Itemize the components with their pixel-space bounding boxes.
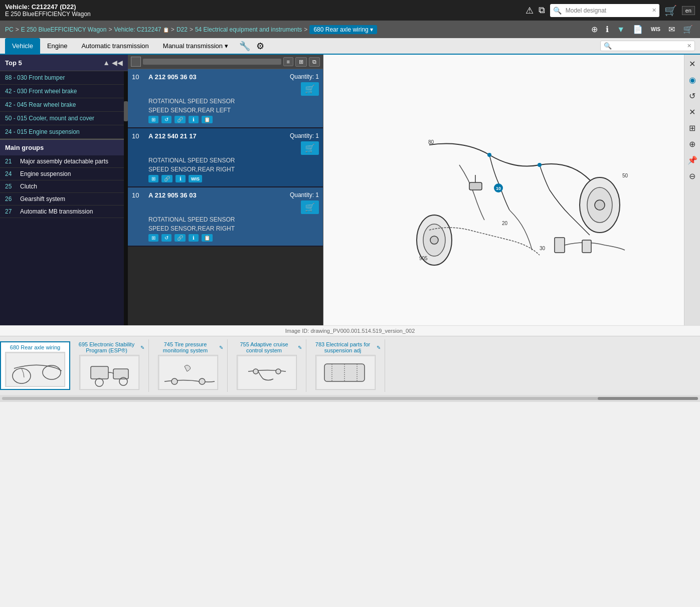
svg-point-8 [538, 163, 542, 167]
top5-item-4[interactable]: 24 - 015 Engine suspension [0, 125, 124, 139]
doc-btn[interactable]: 📄 [631, 24, 645, 35]
add-to-cart-btn-2[interactable]: 🛒 [301, 200, 319, 214]
thumb-img-3 [237, 355, 297, 390]
svg-point-3 [595, 200, 605, 210]
top5-expand-btn[interactable]: ◀◀ [112, 59, 123, 67]
part-info-icon-0[interactable]: ℹ [189, 116, 199, 123]
horizontal-scrollbar[interactable] [0, 395, 700, 402]
thumb-item-3[interactable]: 755 Adaptive cruise control system ✎ [228, 339, 306, 392]
part-doc-icon-2[interactable]: 📋 [202, 234, 213, 242]
scrollbar-thumb[interactable] [598, 397, 698, 400]
breadcrumb-current[interactable]: 680 Rear axle wiring ▾ [309, 25, 377, 34]
part-info-icon-1[interactable]: ℹ [176, 175, 186, 182]
thumb-item-2[interactable]: 745 Tire pressure monitoring system ✎ [149, 339, 228, 392]
eye-btn[interactable]: ◉ [685, 73, 699, 87]
tab-engine[interactable]: Engine [40, 38, 74, 54]
breadcrumb-electrical[interactable]: 54 Electrical equipment and instruments [195, 26, 302, 33]
middle-panel: ≡ ⊞ ⧉ 10 A 212 905 36 03 Quantity: 1 🛒 R… [128, 55, 323, 325]
close-panel-btn[interactable]: ✕ [685, 57, 699, 71]
breadcrumb-vehicle-id[interactable]: Vehicle: C212247 📋 [114, 26, 168, 33]
top5-item-1[interactable]: 42 - 030 Front wheel brake [0, 85, 124, 98]
part-info-icon-2[interactable]: ℹ [189, 234, 199, 242]
left-scrollbar[interactable] [124, 71, 128, 325]
header: Vehicle: C212247 (D22) E 250 BlueEFFICIE… [0, 0, 700, 21]
header-vehicle-info: Vehicle: C212247 (D22) E 250 BlueEFFICIE… [5, 3, 91, 18]
main-group-item-0[interactable]: 21 Major assembly detachable parts [0, 155, 124, 168]
filter-btn[interactable]: ▼ [615, 24, 627, 35]
svg-rect-29 [91, 366, 108, 379]
top5-item-2[interactable]: 42 - 045 Rear wheel brake [0, 98, 124, 112]
lang-badge[interactable]: en [682, 6, 695, 15]
tab-search-icon: 🔍 [604, 42, 612, 50]
cross-ref-btn[interactable]: ✕ [685, 105, 699, 119]
top5-label: Top 5 [5, 59, 22, 67]
expand-btn[interactable]: ⧉ [309, 57, 320, 67]
thumb-item-4[interactable]: 783 Electrical parts for suspension adj … [306, 339, 385, 392]
top5-item-0[interactable]: 88 - 030 Front bumper [0, 71, 124, 85]
top5-item-3[interactable]: 50 - 015 Cooler, mount and cover [0, 112, 124, 125]
part-refresh-icon-2[interactable]: ↺ [161, 234, 171, 242]
part-pos-1: 10 [132, 132, 144, 140]
breadcrumb-d22[interactable]: D22 [177, 26, 188, 33]
image-id: Image ID: drawing_PV000.001.514.519_vers… [285, 328, 415, 334]
scrollbar-track[interactable] [2, 397, 698, 400]
copy-icon[interactable]: ⧉ [539, 5, 545, 16]
main-group-item-1[interactable]: 24 Engine suspension [0, 168, 124, 180]
tab-search[interactable]: 🔍 ✕ [600, 41, 695, 51]
main-group-item-4[interactable]: 27 Automatic MB transmission [0, 206, 124, 218]
breadcrumb-vehicle-name[interactable]: E 250 BlueEFFICIENCY Wagon [21, 26, 107, 33]
svg-point-34 [171, 378, 178, 384]
cart-icon[interactable]: 🛒 [664, 5, 677, 17]
history-btn[interactable]: ↺ [685, 89, 699, 103]
group-name-4: Automatic MB transmission [20, 208, 119, 215]
tab-search-input[interactable] [612, 43, 687, 50]
thumb-label-4: 783 Electrical parts for suspension adj … [310, 341, 381, 353]
tab-icon2[interactable]: ⚙ [254, 41, 266, 52]
mail-btn[interactable]: ✉ [666, 24, 677, 35]
thumb-item-1[interactable]: 695 Electronic Stability Program (ESP®) … [70, 339, 149, 392]
zoom-in-btn[interactable]: ⊕ [589, 24, 600, 35]
part-doc-icon-0[interactable]: 📋 [202, 116, 213, 123]
part-table-icon-1[interactable]: ⊞ [148, 175, 158, 182]
part-qty-1: Quantity: 1 🛒 [290, 132, 319, 155]
zoom-out-btn[interactable]: ⊖ [685, 169, 699, 183]
main-group-item-3[interactable]: 26 Gearshift system [0, 193, 124, 206]
top5-collapse-btn[interactable]: ▲ [103, 59, 110, 67]
breadcrumb: PC > E 250 BlueEFFICIENCY Wagon > Vehicl… [0, 21, 700, 38]
thumb-item-0[interactable]: 680 Rear axle wiring [0, 341, 70, 390]
add-to-cart-btn-1[interactable]: 🛒 [301, 141, 319, 155]
part-link-icon-0[interactable]: 🔗 [174, 116, 186, 123]
breadcrumb-pc[interactable]: PC [5, 26, 14, 33]
svg-rect-23 [555, 238, 565, 253]
info-btn[interactable]: ℹ [604, 24, 611, 35]
add-to-cart-btn-0[interactable]: 🛒 [301, 82, 319, 96]
model-search[interactable]: 🔍 ✕ [550, 4, 659, 17]
pin-btn[interactable]: 📌 [685, 153, 699, 167]
tab-automatic[interactable]: Automatic transmission [74, 38, 155, 54]
left-scrollbar-thumb[interactable] [124, 101, 128, 121]
image-panel: 10 80 50 20 30 905 910 100 280 270 130 [323, 55, 700, 325]
clear-search-icon[interactable]: ✕ [652, 7, 656, 14]
warning-icon[interactable]: ⚠ [526, 5, 534, 16]
main-group-item-2[interactable]: 25 Clutch [0, 180, 124, 193]
part-wis-icon-1[interactable]: WIS [189, 175, 202, 182]
part-action-icons-0: ⊞ ↺ 🔗 ℹ 📋 [148, 116, 319, 123]
tab-search-clear[interactable]: ✕ [687, 43, 691, 49]
tab-icon1[interactable]: 🔧 [235, 41, 254, 52]
list-view-btn[interactable]: ≡ [283, 57, 293, 66]
tab-vehicle[interactable]: Vehicle [5, 38, 40, 54]
grid-btn[interactable]: ⊞ [685, 121, 699, 135]
zoom-in-btn[interactable]: ⊕ [685, 137, 699, 151]
part-link-icon-1[interactable]: 🔗 [161, 175, 172, 182]
part-table-icon-0[interactable]: ⊞ [148, 116, 158, 123]
tabbar: Vehicle Engine Automatic transmission Ma… [0, 38, 700, 55]
model-search-input[interactable] [562, 5, 652, 16]
grid-view-btn[interactable]: ⊞ [295, 57, 307, 67]
part-link-icon-2[interactable]: 🔗 [174, 234, 186, 242]
wis-btn[interactable]: WIS [649, 24, 662, 35]
cart-toolbar-btn[interactable]: 🛒 [681, 24, 695, 35]
part-refresh-icon-0[interactable]: ↺ [161, 116, 171, 123]
part-pos-2: 10 [132, 191, 144, 199]
part-table-icon-2[interactable]: ⊞ [148, 234, 158, 242]
tab-manual[interactable]: Manual transmission▾ [156, 38, 235, 54]
